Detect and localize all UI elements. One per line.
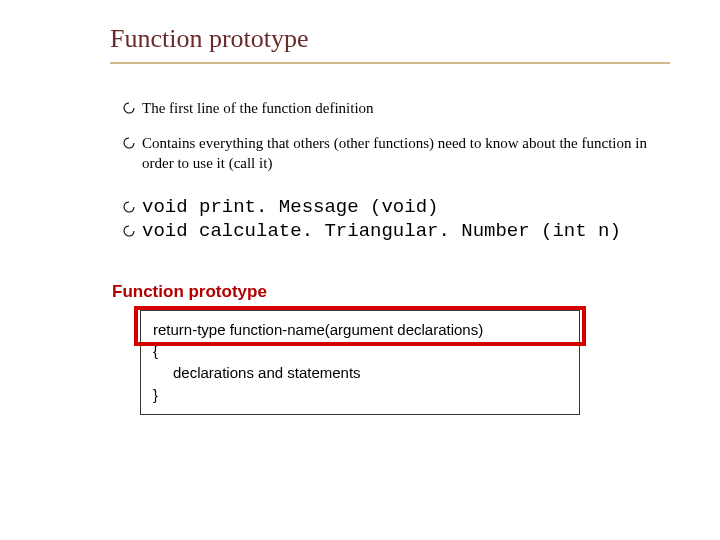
syntax-brace-close: }: [153, 384, 569, 406]
bullet-text: Contains everything that others (other f…: [142, 133, 670, 174]
code-line: void calculate. Triangular. Number (int …: [122, 220, 670, 242]
code-block: void print. Message (void) void calculat…: [122, 196, 670, 242]
swirl-icon: [122, 101, 136, 119]
syntax-diagram: return-type function-name(argument decla…: [140, 310, 580, 415]
slide: Function prototype The first line of the…: [0, 0, 720, 540]
swirl-icon: [122, 200, 136, 218]
code-line: void print. Message (void): [122, 196, 670, 218]
syntax-line: return-type function-name(argument decla…: [153, 319, 569, 341]
bullet-text: The first line of the function definitio…: [142, 98, 384, 118]
slide-title: Function prototype: [110, 24, 670, 54]
bullet-item: The first line of the function definitio…: [122, 98, 670, 119]
bullet-list: The first line of the function definitio…: [122, 98, 670, 174]
sub-heading: Function prototype: [112, 282, 670, 302]
code-text: void print. Message (void): [142, 196, 438, 218]
swirl-icon: [122, 136, 136, 154]
title-underline: [110, 62, 670, 64]
syntax-brace-open: {: [153, 340, 569, 362]
bullet-item: Contains everything that others (other f…: [122, 133, 670, 174]
syntax-line: declarations and statements: [153, 362, 569, 384]
code-text: void calculate. Triangular. Number (int …: [142, 220, 621, 242]
syntax-box-inner: return-type function-name(argument decla…: [140, 310, 580, 415]
swirl-icon: [122, 224, 136, 242]
